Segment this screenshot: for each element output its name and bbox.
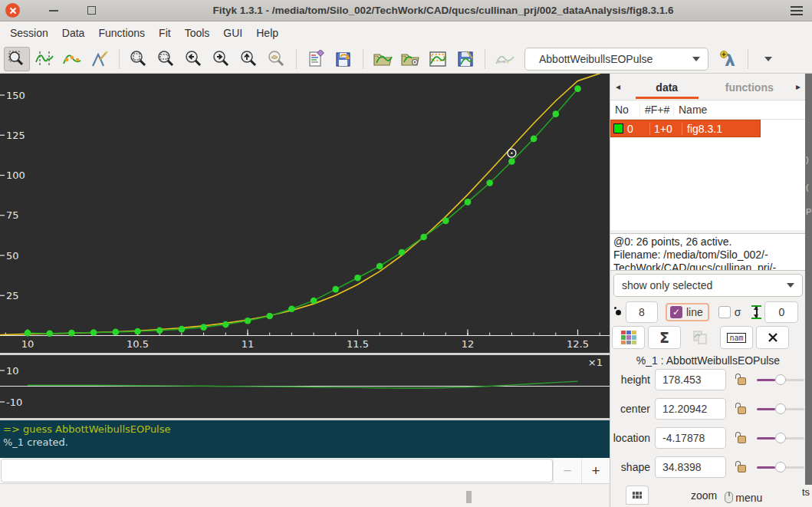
param-slider[interactable] bbox=[757, 462, 804, 472]
point-size-icon bbox=[614, 307, 623, 318]
fityk-window: Fityk 1.3.1 - /media/tom/Silo_002/TechWo… bbox=[0, 0, 812, 507]
zoom-right-button[interactable] bbox=[209, 47, 235, 71]
menu-help[interactable]: Help bbox=[249, 24, 285, 42]
menu-functions[interactable]: Functions bbox=[91, 24, 152, 42]
svg-text:25: 25 bbox=[6, 290, 19, 301]
sidebar-toggle-button[interactable] bbox=[626, 486, 649, 505]
tab-functions[interactable]: functions bbox=[708, 80, 791, 94]
svg-text:75: 75 bbox=[6, 209, 19, 221]
statusbar bbox=[0, 483, 610, 507]
clipped-text-fragment: ts bbox=[802, 486, 810, 498]
param-slider[interactable] bbox=[757, 433, 804, 443]
lock-icon[interactable] bbox=[735, 432, 748, 444]
zoom-all-button[interactable] bbox=[126, 47, 152, 71]
open-data-button[interactable] bbox=[370, 47, 396, 71]
color-grid-icon bbox=[621, 331, 636, 344]
tabs-scroll-left-icon[interactable]: ◂ bbox=[610, 81, 626, 92]
active-tab-indicator bbox=[636, 97, 699, 99]
history-plus-button[interactable]: + bbox=[581, 458, 610, 483]
command-input[interactable] bbox=[1, 459, 553, 482]
menu-session[interactable]: Session bbox=[3, 24, 55, 42]
mode-zoom-button[interactable] bbox=[4, 47, 30, 71]
add-function-button[interactable]: λ bbox=[715, 47, 741, 71]
table-row[interactable]: 0 1+0 fig8.3.1 bbox=[610, 120, 761, 137]
param-slider[interactable] bbox=[757, 403, 804, 414]
svg-text:12.5: 12.5 bbox=[567, 338, 589, 350]
menu-fit[interactable]: Fit bbox=[152, 24, 178, 42]
zoom-vert-button[interactable] bbox=[153, 47, 179, 71]
param-input[interactable]: 178.453 bbox=[655, 369, 726, 390]
svg-text:×1: ×1 bbox=[588, 357, 603, 368]
open-data-options-icon bbox=[400, 50, 420, 68]
svg-text:-10: -10 bbox=[6, 397, 22, 408]
main-plot[interactable]: 2550751001251501010.51111.51212.5 bbox=[0, 74, 610, 353]
minimize-button[interactable] bbox=[49, 10, 58, 12]
open-data-options-button[interactable] bbox=[397, 47, 423, 71]
menu-tools[interactable]: Tools bbox=[178, 24, 217, 42]
cell-no: 0 bbox=[623, 123, 649, 135]
param-row-height: height 178.453 bbox=[610, 368, 806, 391]
session-log-button[interactable] bbox=[303, 47, 329, 71]
toolbar-overflow-button[interactable] bbox=[764, 57, 772, 61]
resize-grip[interactable] bbox=[466, 491, 472, 503]
menu-data[interactable]: Data bbox=[55, 24, 92, 42]
delete-x-icon bbox=[768, 332, 778, 343]
info-line: @0: 26 points, 26 active. bbox=[613, 235, 806, 249]
show-filter-select[interactable]: show only selected bbox=[613, 274, 803, 297]
close-button[interactable] bbox=[5, 3, 20, 18]
show-filter-value: show only selected bbox=[622, 279, 787, 291]
hamburger-menu-icon[interactable] bbox=[791, 6, 803, 15]
lock-icon[interactable] bbox=[735, 374, 748, 386]
param-input[interactable]: 34.8398 bbox=[655, 456, 726, 478]
clipped-text-fragment: ( bbox=[806, 183, 812, 192]
rename-icon: nam bbox=[727, 333, 745, 343]
dataset-buttons: Σ nam bbox=[612, 326, 806, 351]
zoom-up-button[interactable] bbox=[236, 47, 262, 71]
aux-plot[interactable]: 10-10×1 bbox=[0, 355, 610, 418]
mode-range-button[interactable] bbox=[31, 47, 58, 71]
window-edge-strip: ) ( P bbox=[805, 74, 812, 485]
param-input[interactable]: 12.20942 bbox=[655, 398, 726, 420]
mode-points-button[interactable] bbox=[59, 47, 85, 71]
param-label: center bbox=[610, 403, 650, 415]
menu-gui[interactable]: GUI bbox=[216, 24, 249, 42]
maximize-button[interactable] bbox=[87, 6, 96, 15]
mode-peak-button[interactable] bbox=[87, 47, 113, 71]
svg-text:11: 11 bbox=[242, 338, 255, 350]
sigma-checkbox-group[interactable]: σ bbox=[718, 306, 741, 318]
lock-icon[interactable] bbox=[735, 403, 748, 415]
line-checkbox[interactable]: ✓ bbox=[670, 306, 682, 318]
zoom-left-button[interactable] bbox=[181, 47, 207, 71]
line-checkbox-group[interactable]: ✓ line bbox=[666, 303, 709, 321]
chevron-down-icon bbox=[787, 283, 794, 288]
delete-button[interactable] bbox=[756, 326, 789, 349]
sum-button[interactable]: Σ bbox=[648, 326, 681, 349]
y-shift-spinner[interactable]: 0 bbox=[764, 301, 798, 323]
lock-icon[interactable] bbox=[735, 461, 748, 473]
function-type-select[interactable]: AbbottWeibullsEOPulse bbox=[524, 48, 708, 71]
save-image-button[interactable] bbox=[452, 47, 478, 71]
window-title: Fityk 1.3.1 - /media/tom/Silo_002/TechWo… bbox=[96, 5, 791, 16]
toolbar: AbbottWeibullsEOPulse λ bbox=[0, 44, 812, 74]
tabs-scroll-right-icon[interactable]: ▸ bbox=[791, 81, 806, 92]
point-size-spinner[interactable]: 8 bbox=[626, 301, 658, 323]
colors-button[interactable] bbox=[612, 326, 645, 349]
save-session-icon bbox=[334, 50, 353, 68]
copy-function-button bbox=[684, 326, 717, 349]
tab-data[interactable]: data bbox=[626, 80, 708, 94]
data-range-icon bbox=[35, 50, 54, 68]
param-slider[interactable] bbox=[757, 374, 804, 385]
history-minus-button[interactable]: − bbox=[553, 458, 581, 483]
line-checkbox-label: line bbox=[686, 306, 703, 318]
mouse-right-hint: menu bbox=[735, 492, 762, 504]
dataset-color-swatch[interactable] bbox=[613, 123, 623, 133]
export-plot-button[interactable] bbox=[425, 47, 451, 71]
guess-disabled-icon bbox=[495, 50, 514, 68]
param-input[interactable]: -4.17878 bbox=[655, 427, 726, 449]
toolbar-separator bbox=[363, 49, 363, 69]
y-shift-icon bbox=[751, 305, 761, 319]
zoom-prev-button[interactable] bbox=[264, 47, 290, 71]
rename-button[interactable]: nam bbox=[720, 326, 753, 349]
save-session-button[interactable] bbox=[330, 47, 357, 71]
sigma-checkbox[interactable] bbox=[718, 306, 731, 318]
